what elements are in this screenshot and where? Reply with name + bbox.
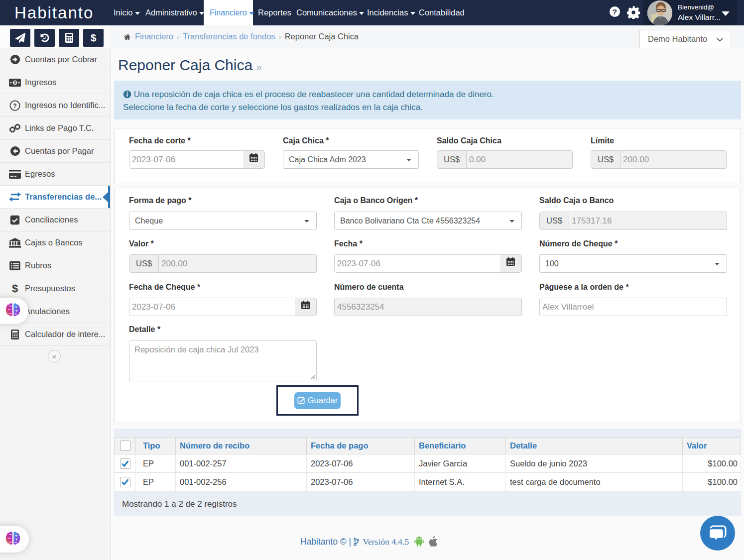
svg-text:?: ? xyxy=(13,102,16,109)
svg-text:?: ? xyxy=(613,7,617,16)
svg-text:0: 0 xyxy=(13,80,16,85)
